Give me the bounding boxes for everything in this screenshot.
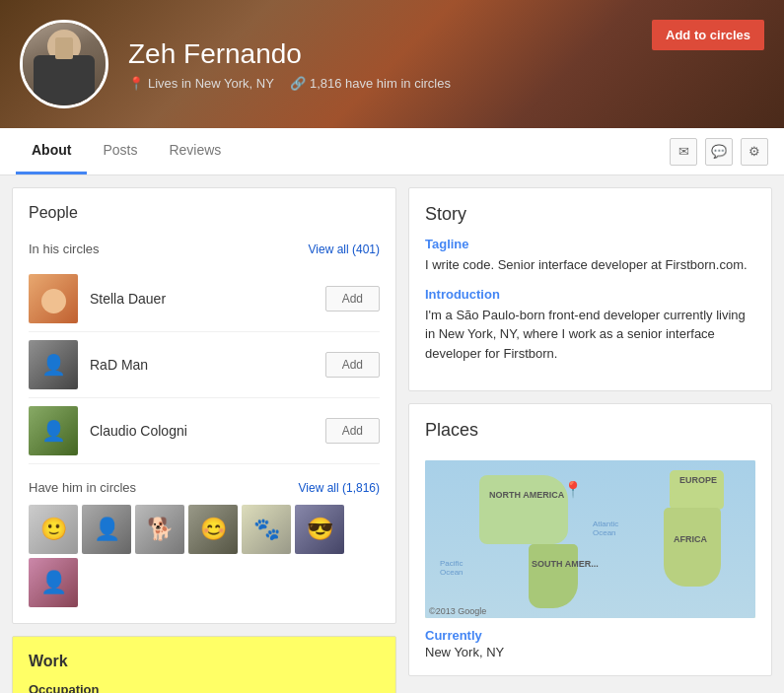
add-to-circles-button[interactable]: Add to circles [652, 20, 764, 50]
map-copyright: ©2013 Google [429, 606, 486, 616]
avatar [20, 20, 108, 108]
profile-name: Zeh Fernando [128, 38, 451, 70]
person-row: 👤 Claudio Cologni Add [29, 398, 380, 464]
circles-count: 🔗 1,816 have him in circles [290, 76, 451, 91]
pacific-label: PacificOcean [440, 559, 463, 577]
circle-avatar-6: 😎 [295, 505, 344, 554]
profile-info: Zeh Fernando 📍 Lives in New York, NY 🔗 1… [128, 38, 451, 91]
circle-avatar-4: 😊 [188, 505, 238, 554]
main-content: People In his circles View all (401) Ste… [0, 175, 784, 693]
chat-icon-button[interactable]: 💬 [705, 138, 733, 166]
africa-label: AFRICA [674, 534, 707, 544]
circle-avatar-5: 🐾 [242, 505, 291, 554]
circles-grid: 🙂 👤 🐕 😊 🐾 😎 👤 [29, 505, 380, 607]
left-column: People In his circles View all (401) Ste… [12, 187, 396, 693]
add-claudio-button[interactable]: Add [325, 418, 380, 444]
circle-avatar-7: 👤 [29, 558, 78, 607]
map-background: NORTH AMERICA SOUTH AMER... EUROPE AFRIC… [425, 460, 755, 618]
tab-reviews[interactable]: Reviews [153, 128, 237, 174]
message-icon-button[interactable]: ✉ [670, 138, 697, 166]
story-title: Story [425, 204, 755, 225]
person-avatar-claudio: 👤 [29, 406, 78, 455]
map-pin: 📍 [563, 480, 583, 499]
in-circles-header: In his circles View all (401) [29, 242, 380, 256]
view-all-have-him-link[interactable]: View all (1,816) [299, 481, 381, 495]
circles-icon: 🔗 [290, 76, 306, 91]
profile-header: Zeh Fernando 📍 Lives in New York, NY 🔗 1… [0, 0, 784, 128]
atlantic-label: AtlanticOcean [593, 520, 618, 537]
nav-tabs: About Posts Reviews [16, 128, 237, 174]
map: NORTH AMERICA SOUTH AMER... EUROPE AFRIC… [425, 460, 755, 618]
nav-icons: ✉ 💬 ⚙ [670, 138, 768, 166]
intro-section: Introduction I'm a São Paulo-born front-… [425, 287, 755, 364]
tagline-text: I write code. Senior interface developer… [425, 255, 755, 275]
work-title: Work [29, 653, 380, 670]
in-circles-label: In his circles [29, 242, 100, 256]
person-avatar-stella [29, 274, 78, 323]
circle-avatar-1: 🙂 [29, 505, 78, 554]
settings-icon-button[interactable]: ⚙ [741, 138, 768, 166]
places-card: Places NORTH AMERICA SOUTH AMER.. [408, 403, 772, 676]
right-column: Story Tagline I write code. Senior inter… [408, 187, 772, 693]
circle-avatar-2: 👤 [82, 505, 131, 554]
person-name-claudio: Claudio Cologni [90, 423, 325, 439]
intro-label: Introduction [425, 287, 755, 302]
add-rad-button[interactable]: Add [325, 352, 380, 378]
places-title: Places [425, 420, 755, 449]
have-him-label: Have him in circles [29, 480, 136, 495]
have-him-header: Have him in circles View all (1,816) [29, 480, 380, 495]
currently-label: Currently [425, 628, 755, 643]
person-row: Stella Dauer Add [29, 266, 380, 332]
circle-avatar-3: 🐕 [135, 505, 184, 554]
tagline-section: Tagline I write code. Senior interface d… [425, 237, 755, 275]
person-name-rad: RaD Man [90, 357, 325, 373]
work-card: Work Occupation Interface developer [12, 636, 396, 693]
location-icon: 📍 [128, 76, 144, 91]
south-america-label: SOUTH AMER... [532, 559, 599, 569]
tab-posts[interactable]: Posts [87, 128, 153, 174]
europe-label: EUROPE [679, 475, 717, 485]
profile-meta: 📍 Lives in New York, NY 🔗 1,816 have him… [128, 76, 451, 91]
add-stella-button[interactable]: Add [325, 286, 380, 312]
location: 📍 Lives in New York, NY [128, 76, 274, 91]
occupation-label: Occupation [29, 682, 380, 693]
intro-text: I'm a São Paulo-born front-end developer… [425, 306, 755, 364]
tab-about[interactable]: About [16, 128, 87, 174]
people-card: People In his circles View all (401) Ste… [12, 187, 396, 624]
person-row: 👤 RaD Man Add [29, 332, 380, 398]
profile-nav: About Posts Reviews ✉ 💬 ⚙ [0, 128, 784, 175]
person-name-stella: Stella Dauer [90, 291, 325, 307]
tagline-label: Tagline [425, 237, 755, 251]
person-avatar-rad: 👤 [29, 340, 78, 389]
people-title: People [29, 204, 380, 230]
view-all-circles-link[interactable]: View all (401) [309, 243, 380, 256]
north-america-label: NORTH AMERICA [489, 490, 564, 500]
story-card: Story Tagline I write code. Senior inter… [408, 187, 772, 391]
currently-value: New York, NY [425, 645, 755, 659]
